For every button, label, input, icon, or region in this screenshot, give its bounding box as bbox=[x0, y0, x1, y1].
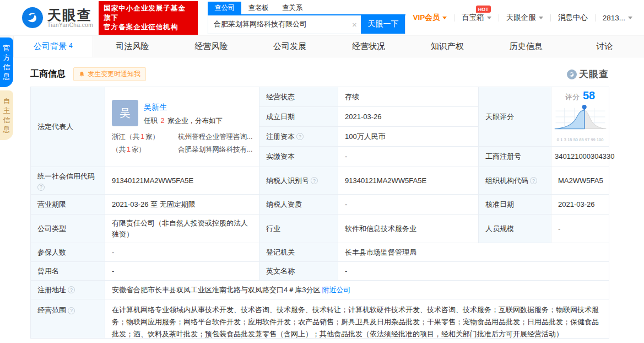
table-row: 注册地址? 安徽省合肥市长丰县双凤工业区淮南北路与双凤路交口4＃库3分区 附近公… bbox=[31, 281, 609, 299]
top-menu: VIP会员 HOT 百宝箱 天眼企服 消息中心 2813... bbox=[405, 13, 640, 23]
business-term-value: 2021-03-26 至 无固定期限 bbox=[105, 195, 259, 215]
related-company-link[interactable]: 杭州誉程企业管理咨询... bbox=[178, 131, 252, 143]
score-axis: 0131550859799100 bbox=[556, 135, 604, 145]
table-row: 曾用名 - 英文名称 - bbox=[31, 262, 609, 281]
search-tab-company[interactable]: 查公司 bbox=[208, 2, 242, 14]
score-value: 58 bbox=[583, 89, 595, 101]
taxpayer-id-label: 纳税人识别号? bbox=[259, 167, 338, 195]
reg-capital-value: 100万人民币 bbox=[338, 127, 479, 147]
industry-label: 行业 bbox=[259, 215, 338, 243]
help-icon[interactable]: ? bbox=[296, 133, 304, 140]
search-tabs: 查公司 查老板 查关系 bbox=[208, 2, 406, 15]
menu-vip[interactable]: VIP会员 bbox=[405, 13, 454, 23]
tianyancha-logo-icon bbox=[22, 7, 43, 28]
nearby-companies-link[interactable]: 附近公司 bbox=[322, 285, 350, 296]
legal-rep-label: 法定代表人 bbox=[31, 87, 105, 167]
staff-size-label: 人员规模 bbox=[479, 215, 551, 243]
search-area: 查公司 查老板 查关系 × 天眼一下 bbox=[208, 2, 406, 34]
est-date-label: 成立日期 bbox=[259, 107, 338, 127]
tianyancha-watermark: 天眼查 bbox=[567, 68, 609, 81]
tianyancha-watermark-icon bbox=[567, 69, 577, 79]
menu-message-center[interactable]: 消息中心 bbox=[551, 13, 595, 23]
side-tab-self-info[interactable]: 自主信息 bbox=[0, 90, 13, 140]
industry-value: 软件和信息技术服务业 bbox=[338, 215, 479, 243]
help-icon[interactable]: ? bbox=[530, 177, 537, 184]
menu-enterprise-service[interactable]: 天眼企服 bbox=[499, 13, 550, 23]
reg-number-label: 工商注册号 bbox=[479, 147, 551, 167]
tab-operating-risk[interactable]: 经营风险 bbox=[172, 36, 251, 57]
est-date-value: 2021-03-26 bbox=[338, 107, 479, 127]
search-box: × 天眼一下 bbox=[208, 15, 406, 34]
status-label: 经营状态 bbox=[259, 87, 338, 107]
menu-user-account[interactable]: 2813... bbox=[596, 14, 640, 22]
tab-company-development[interactable]: 公司发展 bbox=[251, 36, 329, 57]
paid-capital-value: - bbox=[338, 147, 479, 167]
taxpayer-id-value: 91340121MA2WW5FA5E bbox=[338, 167, 479, 195]
tab-intellectual-property[interactable]: 知识产权 bbox=[408, 36, 486, 57]
reg-authority-value: 长丰县市场监督管理局 bbox=[338, 243, 609, 262]
approval-date-value: 2021-03-26 bbox=[551, 195, 609, 215]
search-tab-relation[interactable]: 查关系 bbox=[275, 2, 310, 14]
tab-count-badge: 4 bbox=[69, 42, 73, 50]
tianyancha-logo[interactable]: 天眼查 TianYanCha.com bbox=[22, 7, 93, 28]
business-term-label: 营业期限 bbox=[31, 195, 105, 215]
search-input[interactable] bbox=[208, 15, 348, 34]
table-row: 法定代表人 吴 吴新生 任职 2 家企业，分布如下 浙江（共1家） 杭州誉程企业… bbox=[31, 87, 609, 167]
credit-code-label: 统一社会信用代码? bbox=[31, 167, 105, 195]
legal-rep-name-link[interactable]: 吴新生 bbox=[144, 101, 223, 112]
related-company-link[interactable]: 合肥菜划算网络科技有... bbox=[178, 143, 252, 156]
tab-company-background[interactable]: 公司背景 4 bbox=[13, 36, 93, 57]
business-scope-value: 在计算机网络专业领域内从事技术开发、技术咨询、技术服务、技术转让；计算机软硬件技… bbox=[105, 299, 609, 339]
tab-history-info[interactable]: 历史信息 bbox=[486, 36, 565, 57]
clear-search-icon[interactable]: × bbox=[348, 15, 361, 34]
brand-domain: TianYanCha.com bbox=[47, 22, 93, 28]
notify-on-change-button[interactable]: 发生变更时通知我 bbox=[73, 67, 146, 81]
side-tabs: 官方信息 自主信息 bbox=[0, 37, 13, 143]
search-tab-boss[interactable]: 查老板 bbox=[241, 2, 275, 14]
tab-judicial-risk[interactable]: 司法风险 bbox=[93, 36, 172, 57]
tianyan-score-chart[interactable]: 评分58 0131550859799100 bbox=[551, 87, 609, 147]
menu-toolbox[interactable]: HOT 百宝箱 bbox=[454, 13, 499, 23]
tab-operating-status[interactable]: 经营状况 bbox=[329, 36, 408, 57]
company-type-value: 有限责任公司（非自然人投资或控股的法人独资） bbox=[105, 215, 259, 243]
reg-address-value: 安徽省合肥市长丰县双凤工业区淮南北路与双凤路交口4＃库3分区 附近公司 bbox=[105, 281, 609, 299]
company-type-label: 公司类型 bbox=[31, 215, 105, 243]
reg-number-value: 340121000304330 bbox=[551, 147, 609, 167]
table-row: 公司类型 有限责任公司（非自然人投资或控股的法人独资） 行业 软件和信息技术服务… bbox=[31, 215, 609, 243]
help-icon[interactable]: ? bbox=[68, 307, 75, 314]
business-info-section-head: 工商信息 发生变更时通知我 天眼查 bbox=[30, 67, 609, 81]
side-tab-official-info[interactable]: 官方信息 bbox=[0, 37, 13, 87]
paid-capital-label: 实缴资本 bbox=[259, 147, 338, 167]
company-nav-tabs: 公司背景 4 司法风险 经营风险 公司发展 经营状况 知识产权 历史信息 讨论 bbox=[0, 35, 644, 57]
help-icon[interactable]: ? bbox=[311, 177, 318, 184]
section-title: 工商信息 bbox=[30, 68, 66, 80]
chevron-down-icon bbox=[487, 17, 491, 19]
legal-rep-cell: 吴 吴新生 任职 2 家企业，分布如下 浙江（共1家） 杭州誉程企业管理咨询..… bbox=[105, 87, 259, 167]
tab-discussion[interactable]: 讨论 bbox=[565, 36, 644, 57]
hot-badge: HOT bbox=[476, 6, 491, 13]
chevron-down-icon bbox=[628, 17, 632, 19]
taxpayer-quality-label: 纳税人资质 bbox=[259, 195, 338, 215]
business-scope-label: 经营范围? bbox=[31, 299, 105, 339]
list-item: 浙江（共1家） 杭州誉程企业管理咨询... bbox=[112, 131, 252, 143]
search-button[interactable]: 天眼一下 bbox=[361, 15, 405, 34]
staff-size-value: - bbox=[551, 215, 609, 243]
reg-authority-label: 登记机关 bbox=[259, 243, 338, 262]
chevron-down-icon bbox=[539, 17, 543, 19]
former-name-label: 曾用名 bbox=[31, 262, 105, 281]
taxpayer-quality-value: - bbox=[338, 195, 479, 215]
table-row: 营业期限 2021-03-26 至 无固定期限 纳税人资质 - 核准日期 202… bbox=[31, 195, 609, 215]
reg-address-label: 注册地址? bbox=[31, 281, 105, 299]
reg-capital-label: 注册资本? bbox=[259, 127, 338, 147]
list-item: （共1家） 合肥菜划算网络科技有... bbox=[112, 143, 252, 156]
official-credit-badge: 国家中小企业发展子基金旗下 官方备案企业征信机构 bbox=[99, 1, 198, 35]
help-icon[interactable]: ? bbox=[37, 184, 45, 191]
chevron-down-icon bbox=[442, 17, 447, 19]
avatar[interactable]: 吴 bbox=[112, 100, 138, 126]
table-row: 经营范围? 在计算机网络专业领域内从事技术开发、技术咨询、技术服务、技术转让；计… bbox=[31, 299, 609, 339]
help-icon[interactable]: ? bbox=[68, 286, 75, 293]
approval-date-label: 核准日期 bbox=[479, 195, 551, 215]
former-name-value: - bbox=[105, 262, 259, 281]
credit-code-value: 91340121MA2WW5FA5E bbox=[105, 167, 259, 195]
insured-count-label: 参保人数 bbox=[31, 243, 105, 262]
